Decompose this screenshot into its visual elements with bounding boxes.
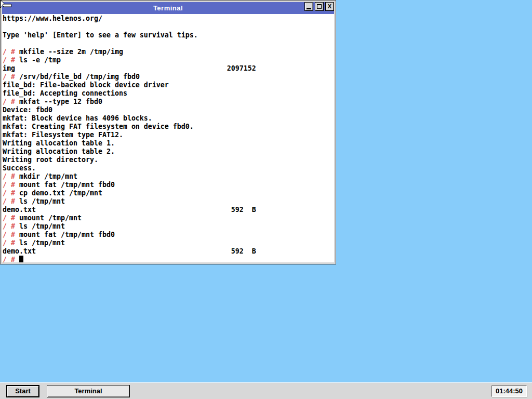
terminal-line: / # mount fat /tmp/mnt fbd0 bbox=[3, 181, 334, 189]
window-title: Terminal bbox=[153, 4, 183, 12]
terminal-line: / # mkfile --size 2m /tmp/img bbox=[3, 48, 334, 56]
terminal-line: / # /srv/bd/file_bd /tmp/img fbd0 bbox=[3, 73, 334, 81]
terminal-line: demo.txt 592 B bbox=[3, 247, 334, 256]
terminal-line: Writing root directory. bbox=[3, 156, 334, 164]
terminal-line bbox=[3, 23, 334, 31]
terminal-line: / # cp demo.txt /tmp/mnt bbox=[3, 189, 334, 197]
mouse-cursor-icon bbox=[0, 0, 14, 11]
taskbar: Start Terminal 01:44:50 bbox=[0, 382, 532, 399]
close-button[interactable]: X bbox=[325, 2, 334, 11]
terminal-line: Writing allocation table 1. bbox=[3, 139, 334, 148]
terminal-line: mkfat: Block device has 4096 blocks. bbox=[3, 114, 334, 123]
terminal-line: file_bd: Accepting connections bbox=[3, 89, 334, 98]
terminal-line: Success. bbox=[3, 164, 334, 172]
terminal-line bbox=[3, 39, 334, 48]
terminal-line: demo.txt 592 B bbox=[3, 206, 334, 214]
terminal-line: / # ls /tmp/mnt bbox=[3, 239, 334, 247]
window-controls: X bbox=[304, 2, 334, 11]
task-button-list: Terminal bbox=[39, 385, 130, 397]
minimize-icon bbox=[307, 8, 311, 9]
start-button[interactable]: Start bbox=[6, 385, 39, 397]
terminal-line: Device: fbd0 bbox=[3, 106, 334, 114]
window-titlebar[interactable]: Terminal bbox=[2, 2, 334, 14]
terminal-line: mkfat: Filesystem type FAT12. bbox=[3, 131, 334, 139]
minimize-button[interactable] bbox=[304, 2, 313, 11]
taskbar-clock: 01:44:50 bbox=[491, 385, 527, 397]
terminal-line: Writing allocation table 2. bbox=[3, 148, 334, 156]
terminal-line: / # mkfat --type 12 fbd0 bbox=[3, 98, 334, 106]
text-cursor bbox=[19, 256, 23, 262]
close-icon: X bbox=[328, 4, 331, 9]
terminal-line: Type 'help' [Enter] to see a few surviva… bbox=[3, 31, 334, 39]
terminal-line: / # ls /tmp/mnt bbox=[3, 222, 334, 231]
terminal-line: / # ls /tmp/mnt bbox=[3, 197, 334, 206]
maximize-button[interactable] bbox=[315, 2, 324, 11]
terminal-line: / # ls -e /tmp bbox=[3, 56, 334, 64]
terminal-line: / # umount /tmp/mnt bbox=[3, 214, 334, 222]
terminal-window: Terminal X https://www.helenos.org/Type … bbox=[0, 0, 336, 264]
terminal-line: file_bd: File-backed block device driver bbox=[3, 81, 334, 89]
terminal-content-area[interactable]: https://www.helenos.org/Type 'help' [Ent… bbox=[2, 14, 334, 262]
task-button-terminal[interactable]: Terminal bbox=[47, 385, 130, 397]
terminal-line: mkfat: Creating FAT filesystem on device… bbox=[3, 123, 334, 131]
terminal-line: / # bbox=[3, 256, 334, 262]
terminal-line: https://www.helenos.org/ bbox=[3, 15, 334, 23]
desktop: { "colors": { "desktop_bg": "#87CCFA", "… bbox=[0, 0, 532, 399]
maximize-icon bbox=[317, 4, 322, 9]
terminal-output: https://www.helenos.org/Type 'help' [Ent… bbox=[2, 14, 334, 262]
terminal-line: / # mkdir /tmp/mnt bbox=[3, 172, 334, 181]
terminal-line: img 2097152 bbox=[3, 64, 334, 73]
terminal-line: / # mount fat /tmp/mnt fbd0 bbox=[3, 231, 334, 239]
